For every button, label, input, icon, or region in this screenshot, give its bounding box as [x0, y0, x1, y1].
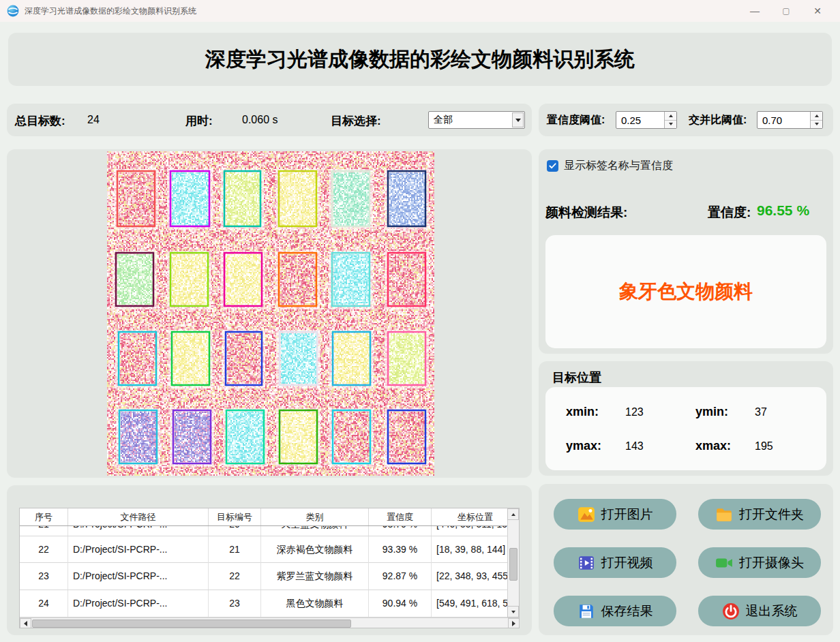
xmax-value: 195 — [755, 440, 773, 453]
scroll-right-icon[interactable] — [508, 618, 520, 628]
minimize-button[interactable]: — — [739, 0, 770, 22]
table-cell: 22 — [20, 536, 68, 563]
table-row[interactable]: 22D:/Project/SI-PCRP-...21深赤褐色文物颜料93.39 … — [20, 536, 520, 563]
page-title: 深度学习光谱成像数据的彩绘文物颜料识别系统 — [205, 46, 635, 74]
column-header[interactable]: 序号 — [20, 508, 68, 525]
button-label: 打开摄像头 — [739, 554, 804, 572]
target-select-value: 全部 — [434, 114, 453, 126]
result-confidence-label: 置信度: — [708, 204, 751, 221]
table-cell: 23 — [20, 563, 68, 590]
table-cell: 93.39 % — [369, 536, 432, 563]
confidence-threshold-input[interactable] — [616, 112, 663, 128]
table-cell: 紫罗兰蓝文物颜料 — [261, 563, 369, 590]
table-cell: [18, 39, 88, 144] — [432, 536, 520, 563]
spin-down-icon[interactable] — [811, 121, 822, 129]
table-cell: [549, 491, 618, 595] — [432, 590, 520, 617]
elapsed-time-label: 用时: — [185, 113, 213, 129]
button-label: 打开图片 — [601, 506, 653, 523]
checkbox-checked-icon[interactable] — [547, 160, 558, 172]
position-box: xmin: 123 ymin: 37 ymax: 143 xmax: 195 — [545, 387, 826, 470]
ymin-label: ymin: — [695, 405, 728, 419]
spin-down-icon[interactable] — [665, 121, 676, 129]
xmin-label: xmin: — [566, 405, 599, 419]
maximize-button[interactable]: ▢ — [770, 0, 802, 22]
position-title: 目标位置 — [552, 369, 601, 386]
detection-image — [107, 151, 434, 476]
confidence-threshold-label: 置信度阈值: — [547, 113, 605, 127]
column-header[interactable]: 类别 — [261, 508, 369, 525]
exit-system-button[interactable]: 退出系统 — [698, 596, 821, 626]
table-row[interactable]: 24D:/Project/SI-PCRP-...23黑色文物颜料90.94 %[… — [20, 590, 520, 617]
button-label: 保存结果 — [601, 602, 653, 620]
ymax-value: 143 — [625, 440, 644, 453]
thresholds-bar: 置信度阈值: 交并比阈值: — [539, 104, 833, 136]
column-header[interactable]: 文件路径 — [68, 508, 209, 525]
stats-bar: 总目标数: 24 用时: 0.060 s 目标选择: 全部 — [7, 104, 532, 136]
ymax-label: ymax: — [566, 439, 601, 453]
power-icon — [722, 602, 740, 620]
show-labels-checkbox-row[interactable]: 显示标签名称与置信度 — [547, 159, 673, 173]
column-header[interactable]: 目标编号 — [209, 508, 261, 525]
titlebar: 深度学习光谱成像数据的彩绘文物颜料识别系统 — ▢ ✕ — [0, 0, 840, 22]
table-cell: 24 — [20, 590, 68, 617]
table-cell: [22, 348, 93, 455] — [432, 563, 520, 590]
folder-icon — [715, 506, 733, 523]
open-image-button[interactable]: 打开图片 — [554, 499, 676, 530]
table-cell: 黑色文物颜料 — [261, 590, 369, 617]
table-cell: D:/Project/SI-PCRP-... — [68, 563, 209, 590]
button-label: 打开视频 — [601, 554, 653, 572]
image-panel — [7, 149, 532, 478]
iou-threshold-label: 交并比阈值: — [689, 113, 747, 127]
spin-up-icon[interactable] — [811, 112, 822, 121]
control-panel: 显示标签名称与置信度 颜料检测结果: 置信度: 96.55 % 象牙色文物颜料 — [539, 149, 833, 354]
table-cell: D:/Project/SI-PCRP-... — [68, 536, 209, 563]
table-cell: 23 — [209, 590, 261, 617]
total-targets-label: 总目标数: — [15, 113, 65, 129]
button-label: 打开文件夹 — [739, 506, 804, 523]
xmax-label: xmax: — [695, 439, 731, 453]
image-icon — [578, 506, 595, 523]
video-icon — [578, 554, 595, 572]
close-button[interactable]: ✕ — [802, 0, 833, 22]
save-icon — [578, 602, 595, 620]
window-title: 深度学习光谱成像数据的彩绘文物颜料识别系统 — [25, 5, 196, 17]
horizontal-scroll-thumb[interactable] — [32, 620, 351, 628]
column-header[interactable]: 坐标位置 — [432, 508, 520, 525]
show-labels-label: 显示标签名称与置信度 — [564, 159, 673, 173]
table-cell: 22 — [209, 563, 261, 590]
total-targets-value: 24 — [87, 114, 100, 126]
table-vertical-scrollbar[interactable] — [507, 508, 519, 617]
result-title-label: 颜料检测结果: — [545, 204, 627, 221]
open-video-button[interactable]: 打开视频 — [554, 547, 676, 578]
table-header-row: 序号文件路径目标编号类别置信度坐标位置 — [20, 508, 520, 526]
table-cell: 92.87 % — [369, 563, 432, 590]
chevron-down-icon[interactable] — [512, 112, 524, 127]
scroll-down-icon[interactable] — [507, 606, 519, 617]
table-cell: 21 — [209, 536, 261, 563]
position-panel: 目标位置 xmin: 123 ymin: 37 ymax: 143 xmax: … — [539, 361, 833, 476]
ymin-value: 37 — [755, 406, 767, 418]
table-horizontal-scrollbar[interactable] — [20, 617, 520, 628]
target-select[interactable]: 全部 — [428, 111, 525, 129]
result-confidence-value: 96.55 % — [757, 202, 809, 219]
iou-threshold-spinbox[interactable] — [757, 111, 823, 129]
scroll-up-icon[interactable] — [507, 508, 519, 520]
table-row[interactable]: 23D:/Project/SI-PCRP-...22紫罗兰蓝文物颜料92.87 … — [20, 563, 520, 590]
vertical-scroll-thumb[interactable] — [509, 548, 518, 581]
table-panel: 21D:/Project/SI-PCRP-...20天空蓝文物颜料93.70 %… — [7, 485, 532, 635]
results-table[interactable]: 21D:/Project/SI-PCRP-...20天空蓝文物颜料93.70 %… — [19, 508, 520, 628]
scroll-left-icon[interactable] — [20, 618, 31, 628]
save-results-button[interactable]: 保存结果 — [554, 596, 676, 626]
iou-threshold-input[interactable] — [758, 112, 809, 128]
column-header[interactable]: 置信度 — [369, 508, 432, 525]
open-camera-button[interactable]: 打开摄像头 — [698, 547, 821, 578]
camera-icon — [715, 554, 733, 572]
table-cell: 90.94 % — [369, 590, 432, 617]
result-box: 象牙色文物颜料 — [545, 235, 826, 348]
header-banner: 深度学习光谱成像数据的彩绘文物颜料识别系统 — [8, 33, 832, 86]
open-folder-button[interactable]: 打开文件夹 — [698, 499, 821, 530]
confidence-threshold-spinbox[interactable] — [616, 111, 677, 129]
spin-up-icon[interactable] — [665, 112, 676, 121]
xmin-value: 123 — [625, 406, 644, 418]
elapsed-time-value: 0.060 s — [242, 114, 278, 126]
